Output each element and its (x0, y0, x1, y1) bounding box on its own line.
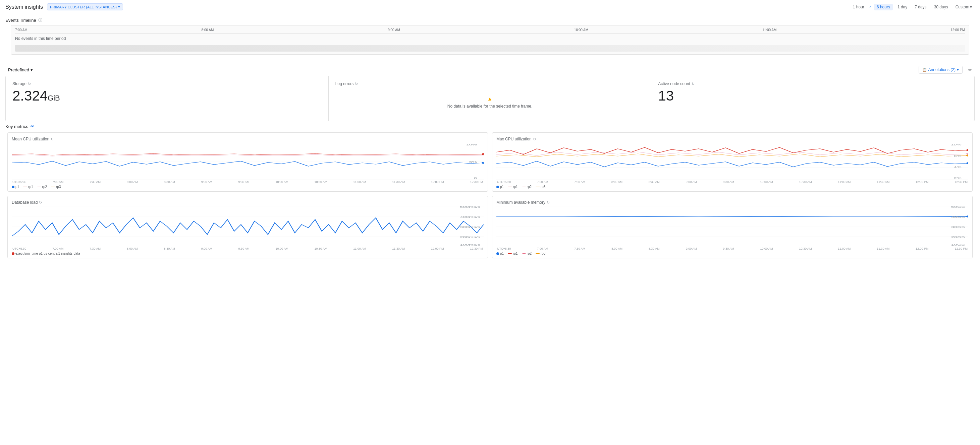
svg-text:2%: 2% (954, 177, 962, 180)
annotations-button[interactable]: 📋 Annotations (2) ▾ (919, 66, 963, 74)
svg-point-19 (966, 162, 968, 164)
predefined-button[interactable]: Predefined ▾ (5, 66, 35, 74)
database-load-legend: execution_time p1 us-central1 insights-d… (12, 252, 484, 255)
legend-rp1-line (23, 187, 27, 187)
log-errors-label: Log errors ↻ (336, 81, 644, 86)
annotations-chevron-icon: ▾ (957, 67, 959, 72)
time-btn-custom[interactable]: Custom ▾ (953, 4, 975, 10)
time-btn-1hour[interactable]: 1 hour (850, 4, 867, 10)
svg-text:400ms/s: 400ms/s (460, 215, 480, 219)
active-node-value: 13 (658, 89, 967, 103)
axis-label-1: 7:00 AM (15, 28, 27, 32)
edit-button[interactable]: ✏ (965, 65, 975, 74)
svg-text:10%: 10% (951, 143, 962, 146)
key-metrics-eye-icon[interactable]: 👁 (30, 124, 35, 129)
max-legend-p1: p1 (496, 185, 504, 188)
mean-cpu-title: Mean CPU utilization ↻ (12, 137, 484, 141)
time-btn-6hours[interactable]: 6 hours (874, 4, 893, 10)
max-cpu-title: Max CPU utilization ↻ (496, 137, 968, 141)
max-legend-rp1: rp1 (508, 185, 517, 188)
legend-rp1: rp1 (23, 185, 33, 188)
mem-legend-p1: p1 (496, 252, 504, 255)
axis-label-2: 8:00 AM (202, 28, 214, 32)
db-legend-execution-time: execution_time p1 us-central1 insights-d… (12, 252, 80, 255)
events-timeline-section: Events Timeline ⓘ 7:00 AM 8:00 AM 9:00 A… (0, 14, 980, 57)
svg-point-40 (966, 215, 968, 217)
svg-text:0: 0 (474, 177, 477, 180)
chevron-down-icon: ▾ (118, 5, 120, 9)
max-legend-p1-dot (496, 186, 499, 188)
min-memory-chart: Minimum available memory ↻ 50GB 40GB 30G… (492, 196, 973, 258)
max-cpu-axis: UTC+5:30 7:00 AM 7:30 AM 8:00 AM 8:30 AM… (496, 180, 968, 184)
legend-p1: p1 (12, 185, 19, 188)
cluster-label: PRIMARY CLUSTER (ALL INSTANCES) (50, 5, 117, 9)
header: System insights PRIMARY CLUSTER (ALL INS… (0, 0, 980, 14)
mean-cpu-chart-area: 10% 5% 0 (12, 143, 484, 180)
time-btn-7days[interactable]: 7 days (912, 4, 929, 10)
time-controls: 1 hour ✓ 6 hours 1 day 7 days 30 days Cu… (850, 4, 975, 10)
edit-icon: ✏ (968, 67, 972, 72)
storage-label: Storage ↻ (13, 81, 321, 86)
log-errors-card: Log errors ↻ ▲ No data is available for … (329, 76, 652, 121)
max-legend-rp3-line (536, 187, 539, 187)
predefined-chevron-icon: ▾ (30, 67, 33, 72)
min-memory-chart-area: 50GB 40GB 30GB 20GB 10GB (496, 206, 968, 246)
legend-rp2: rp2 (37, 185, 47, 188)
svg-text:300ms/s: 300ms/s (460, 225, 480, 228)
mean-cpu-axis: UTC+5:30 7:00 AM 7:30 AM 8:00 AM 8:30 AM… (12, 180, 484, 184)
active-node-count-card: Active node count ↻ 13 (651, 76, 974, 121)
mem-legend-p1-dot (496, 252, 499, 255)
max-cpu-chart-area: 10% 8% 4% 2% (496, 143, 968, 180)
svg-text:50GB: 50GB (951, 206, 965, 208)
db-legend-dot (12, 252, 14, 255)
svg-text:10%: 10% (466, 143, 477, 146)
legend-rp3: rp3 (51, 185, 61, 188)
svg-point-6 (482, 153, 484, 155)
legend-rp3-line (51, 187, 55, 187)
svg-text:500ms/s: 500ms/s (460, 206, 480, 208)
storage-card: Storage ↻ 2.324GiB (6, 76, 329, 121)
timeline-scrubber[interactable] (15, 45, 965, 52)
mean-cpu-legend: p1 rp1 rp2 rp3 (12, 185, 484, 188)
mem-legend-rp2-line (522, 253, 526, 254)
max-legend-rp2: rp2 (522, 185, 531, 188)
max-cpu-svg: 10% 8% 4% 2% (496, 143, 968, 180)
header-left: System insights PRIMARY CLUSTER (ALL INS… (5, 3, 123, 10)
events-timeline-title: Events Timeline ⓘ (5, 17, 975, 23)
mem-legend-rp1: rp1 (508, 252, 517, 255)
timeline-axis: 7:00 AM 8:00 AM 9:00 AM 10:00 AM 11:00 A… (15, 28, 965, 33)
database-load-axis: UTC+5:30 7:00 AM 7:30 AM 8:00 AM 8:30 AM… (12, 247, 484, 250)
mem-legend-rp3-line (536, 253, 539, 254)
checkmark-icon: ✓ (869, 5, 872, 9)
svg-point-18 (966, 154, 968, 157)
key-metrics-section: Key metrics 👁 (0, 121, 980, 130)
mean-cpu-refresh-icon[interactable]: ↻ (51, 137, 54, 141)
database-load-svg: 500ms/s 400ms/s 300ms/s 200ms/s 100ms/s (12, 206, 484, 246)
divider-1 (0, 60, 980, 60)
min-memory-axis: UTC+5:30 7:00 AM 7:30 AM 8:00 AM 8:30 AM… (496, 247, 968, 250)
max-legend-rp3: rp3 (536, 185, 545, 188)
node-count-refresh-icon[interactable]: ↻ (692, 82, 695, 86)
chevron-down-icon-custom: ▾ (970, 5, 972, 10)
axis-label-5: 11:00 AM (762, 28, 776, 32)
time-btn-1day[interactable]: 1 day (895, 4, 910, 10)
min-memory-refresh-icon[interactable]: ↻ (547, 200, 550, 205)
cluster-selector[interactable]: PRIMARY CLUSTER (ALL INSTANCES) ▾ (47, 3, 123, 10)
storage-refresh-icon[interactable]: ↻ (28, 82, 31, 86)
events-timeline-container: 7:00 AM 8:00 AM 9:00 AM 10:00 AM 11:00 A… (11, 25, 969, 55)
svg-text:5%: 5% (469, 160, 477, 163)
svg-text:30GB: 30GB (951, 225, 965, 228)
svg-text:8%: 8% (954, 154, 962, 157)
max-cpu-refresh-icon[interactable]: ↻ (533, 137, 536, 141)
database-load-refresh-icon[interactable]: ↻ (39, 200, 42, 205)
svg-text:4%: 4% (954, 166, 962, 169)
axis-label-3: 9:00 AM (388, 28, 400, 32)
time-btn-30days[interactable]: 30 days (931, 4, 951, 10)
axis-label-4: 10:00 AM (574, 28, 588, 32)
events-timeline-info-icon[interactable]: ⓘ (38, 17, 42, 23)
legend-p1-dot (12, 186, 14, 188)
storage-value: 2.324GiB (13, 89, 321, 103)
log-errors-refresh-icon[interactable]: ↻ (355, 82, 358, 86)
min-memory-legend: p1 rp1 rp2 rp3 (496, 252, 968, 255)
mem-legend-rp2: rp2 (522, 252, 531, 255)
